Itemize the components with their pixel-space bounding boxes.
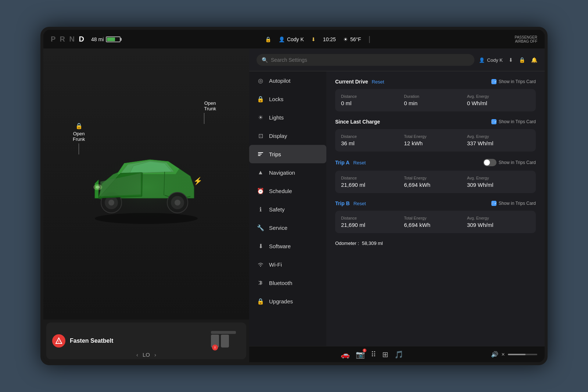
slc-avg-energy-value: 337 Wh/ml: [467, 140, 530, 146]
settings-header: 🔍 👤 Cody K ⬇ 🔒 🔔: [249, 49, 545, 71]
current-drive-reset-button[interactable]: Reset: [372, 79, 384, 85]
trip-a-title: Trip A: [335, 160, 349, 165]
trip-a-card: Distance 21,690 ml Total Energy 6,694 kW…: [335, 171, 536, 193]
taskbar-camera-icon[interactable]: 📷 1: [356, 350, 365, 359]
header-user-item[interactable]: 👤 Cody K: [479, 57, 503, 63]
lo-right-arrow[interactable]: ›: [154, 352, 156, 358]
since-last-charge-show-trips[interactable]: ✓ Show in Trips Card: [491, 119, 536, 124]
trip-b-avg-energy: Avg. Energy 309 Wh/ml: [467, 216, 530, 228]
sidebar-item-display[interactable]: ⊡ Display: [249, 126, 326, 145]
sidebar-item-software[interactable]: ⬇ Software: [249, 237, 326, 255]
sidebar-navigation-label: Navigation: [269, 170, 295, 176]
seatbelt-text: Fasten Seatbelt: [70, 338, 113, 344]
taskbar-icons: 🚗 📷 1 ⠿ ⊞ 🎵: [257, 350, 487, 359]
header-lock-icon[interactable]: 🔒: [519, 57, 525, 63]
sidebar-upgrades-label: Upgrades: [269, 298, 293, 304]
slc-distance-label: Distance: [341, 134, 404, 139]
header-download-icon[interactable]: ⬇: [509, 57, 513, 63]
sidebar-wifi-label: Wi-Fi: [269, 261, 282, 268]
current-drive-header: Current Drive Reset ✓ Show in Trips Card: [335, 79, 536, 85]
trip-a-distance-label: Distance: [341, 176, 404, 180]
sidebar-item-lights[interactable]: ☀ Lights: [249, 108, 326, 126]
sidebar-item-navigation[interactable]: ▲ Navigation: [249, 163, 326, 182]
status-separator: |: [369, 35, 370, 43]
sidebar-item-locks[interactable]: 🔒 Locks: [249, 90, 326, 108]
sidebar-item-upgrades[interactable]: 🔒 Upgrades: [249, 292, 326, 310]
taskbar-media-icon[interactable]: 🎵: [394, 350, 404, 359]
status-time: 10:25: [323, 36, 336, 42]
sidebar-autopilot-label: Autopilot: [269, 78, 290, 84]
trip-a-avg-energy-value: 309 Wh/ml: [467, 182, 530, 188]
trip-a-reset-button[interactable]: Reset: [353, 160, 366, 165]
sidebar-display-label: Display: [269, 133, 287, 139]
since-last-charge-section: Since Last Charge ✓ Show in Trips Card D…: [335, 119, 536, 152]
sidebar-item-schedule[interactable]: ⏰ Schedule: [249, 182, 326, 200]
taskbar-map-icon[interactable]: 🚗: [341, 350, 350, 359]
volume-icon[interactable]: 🔊: [491, 351, 498, 358]
current-drive-duration: Duration 0 min: [404, 94, 467, 106]
trip-b-show-trips[interactable]: ✓ Show in Trips Card: [491, 201, 536, 206]
search-icon: 🔍: [262, 57, 268, 63]
current-drive-section: Current Drive Reset ✓ Show in Trips Card: [335, 79, 536, 111]
status-user[interactable]: 👤 Cody K: [279, 36, 304, 42]
header-bell-icon[interactable]: 🔔: [531, 57, 537, 63]
sidebar-item-wifi[interactable]: Wi-Fi: [249, 255, 326, 274]
slc-total-energy-label: Total Energy: [404, 134, 467, 139]
current-drive-show-trips[interactable]: ✓ Show in Trips Card: [491, 79, 536, 84]
sidebar-schedule-label: Schedule: [269, 188, 292, 194]
upgrades-icon: 🔒: [257, 297, 265, 305]
since-last-charge-card: Distance 36 ml Total Energy 12 kWh Avg. …: [335, 129, 536, 152]
service-icon: 🔧: [257, 224, 265, 232]
status-right: PASSENGERAIRBAG OFF: [515, 35, 538, 43]
trip-b-reset-button[interactable]: Reset: [354, 201, 366, 206]
svg-rect-23: [258, 154, 262, 154]
trip-a-toggle[interactable]: [483, 159, 496, 166]
sidebar-item-trips[interactable]: Trips: [249, 145, 326, 163]
status-left: P R N D 48 mi: [51, 35, 121, 43]
taskbar-grid-icon[interactable]: ⊞: [382, 350, 388, 359]
since-last-charge-checkbox[interactable]: ✓: [491, 119, 496, 124]
sidebar-item-autopilot[interactable]: ◎ Autopilot: [249, 71, 326, 90]
current-drive-checkbox[interactable]: ✓: [491, 79, 496, 84]
trip-b-checkbox[interactable]: ✓: [491, 201, 496, 206]
main-content: 🔒 OpenFrunk OpenTrunk: [43, 49, 545, 362]
search-bar[interactable]: 🔍: [257, 54, 474, 66]
wifi-icon: [257, 260, 265, 268]
gear-r: R: [60, 35, 66, 43]
triangle-warning-icon: !: [55, 337, 62, 345]
trip-b-distance-label: Distance: [341, 216, 404, 220]
sidebar-item-safety[interactable]: ℹ Safety: [249, 200, 326, 218]
lo-left-arrow[interactable]: ‹: [136, 352, 138, 358]
sidebar-item-bluetooth[interactable]: Bluetooth: [249, 274, 326, 292]
current-drive-duration-label: Duration: [404, 94, 467, 99]
sidebar-trips-label: Trips: [269, 151, 281, 157]
slc-total-energy-value: 12 kWh: [404, 140, 467, 146]
since-last-charge-header: Since Last Charge ✓ Show in Trips Card: [335, 119, 536, 125]
frunk-lock-icon: 🔒: [75, 122, 83, 129]
current-drive-avg-energy-label: Avg. Energy: [467, 94, 530, 99]
sidebar-item-service[interactable]: 🔧 Service: [249, 218, 326, 237]
bottom-bar: 🚗 📷 1 ⠿ ⊞ 🎵 🔊 ✕: [249, 346, 545, 362]
volume-bar[interactable]: [508, 354, 537, 355]
slc-distance: Distance 36 ml: [341, 134, 404, 146]
lo-label: LO: [143, 352, 150, 358]
since-last-charge-stats: Distance 36 ml Total Energy 12 kWh Avg. …: [341, 134, 530, 146]
bluetooth-icon: [257, 279, 265, 287]
seat-diagram: !: [207, 328, 240, 354]
settings-body: ◎ Autopilot 🔒 Locks ☀ Lights ⊡: [249, 71, 545, 346]
taskbar-dots-icon[interactable]: ⠿: [371, 350, 376, 359]
trip-a-stats: Distance 21,690 ml Total Energy 6,694 kW…: [341, 176, 530, 188]
battery-fill: [107, 38, 115, 41]
trip-a-show-trips[interactable]: Show in Trips Card: [483, 159, 536, 166]
trip-b-card: Distance 21,690 ml Total Energy 6,694 kW…: [335, 211, 536, 233]
passenger-airbag-icon: PASSENGERAIRBAG OFF: [515, 35, 538, 43]
battery-indicator: 48 mi: [91, 36, 121, 42]
search-input[interactable]: [271, 57, 469, 63]
trip-b-total-energy: Total Energy 6,694 kWh: [404, 216, 467, 228]
svg-rect-24: [258, 155, 261, 156]
open-trunk-button[interactable]: OpenTrunk: [204, 100, 216, 124]
volume-mute-x: ✕: [501, 352, 505, 357]
trip-a-show-trips-label: Show in Trips Card: [499, 160, 536, 165]
trip-b-title: Trip B: [335, 200, 350, 206]
svg-rect-18: [221, 335, 229, 338]
